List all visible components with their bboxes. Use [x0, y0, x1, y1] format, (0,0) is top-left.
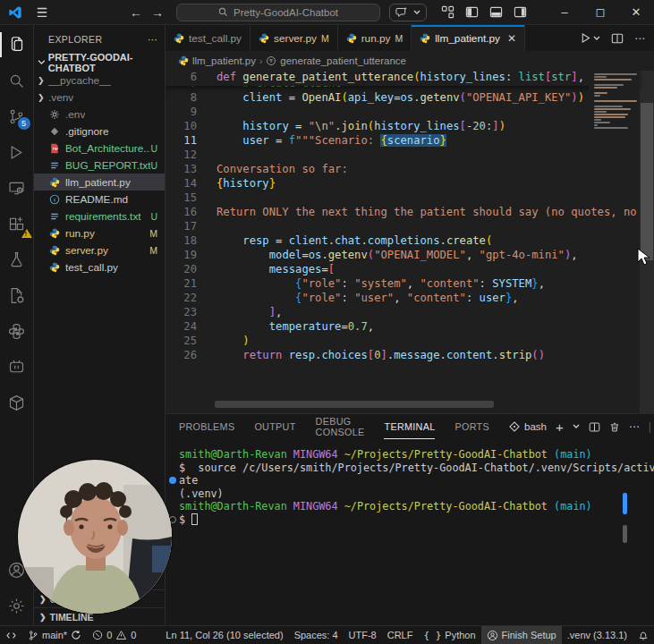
- file-item-server-py[interactable]: server.pyM: [34, 242, 165, 258]
- line-content: temperature=0.7,: [197, 320, 374, 335]
- code-line-8[interactable]: 8 client = OpenAI(api_key=os.getenv("OPE…: [166, 91, 640, 106]
- code-line-22[interactable]: 22 {"role": "user", "content": user},: [166, 292, 640, 306]
- panel-tab-terminal[interactable]: TERMINAL: [384, 414, 435, 439]
- back-arrow-icon[interactable]: ←: [130, 5, 142, 20]
- activitybar-extensions-icon[interactable]: [0, 206, 34, 242]
- editor-more-actions-icon[interactable]: ⋯: [634, 32, 645, 45]
- code-line-14[interactable]: 14{history}: [166, 177, 640, 191]
- activitybar-python-icon[interactable]: [0, 313, 34, 349]
- code-line-19[interactable]: 19 model=os.getenv("OPENAI_MODEL", "gpt-…: [166, 249, 640, 263]
- terminal[interactable]: smith@Darth-Revan MINGW64 ~/Projects/Pre…: [166, 439, 654, 625]
- status-python-interpreter[interactable]: .venv (3.13.1): [562, 626, 633, 644]
- file-item-llm-patient-py[interactable]: llm_patient.py: [34, 174, 165, 191]
- activitybar-explorer-icon[interactable]: [0, 27, 34, 63]
- code-line-12[interactable]: 12: [166, 148, 640, 163]
- minimize-button[interactable]: –: [547, 0, 582, 24]
- code-line-24[interactable]: 24 temperature=0.7,: [166, 320, 640, 335]
- run-python-file-icon[interactable]: [580, 32, 600, 44]
- status-encoding[interactable]: UTF-8: [344, 626, 382, 644]
- tab-llm-patient-py[interactable]: llm_patient.py✕: [412, 25, 525, 51]
- file-item--venv[interactable]: ❯.venv: [34, 89, 165, 106]
- file-item-bug-report-txt[interactable]: BUG_REPORT.txtU: [34, 157, 165, 174]
- status-remote[interactable]: [0, 626, 22, 644]
- scrollbar-thumb[interactable]: [641, 103, 653, 260]
- code-line-10[interactable]: 10 history = "\n".join(history_lines[-20…: [166, 120, 640, 134]
- status-indentation[interactable]: Spaces: 4: [289, 626, 344, 644]
- file-item-requirements-txt[interactable]: requirements.txtU: [34, 208, 165, 225]
- maximize-button[interactable]: ◻: [582, 0, 618, 24]
- minimap[interactable]: [589, 71, 640, 130]
- code-line-18[interactable]: 18 resp = client.chat.completions.create…: [166, 234, 640, 249]
- tab-test-call-py[interactable]: test_call.py: [166, 25, 251, 51]
- toggle-secondary-sidebar-icon[interactable]: [514, 5, 527, 19]
- shell-selector[interactable]: bash: [509, 421, 547, 432]
- kill-terminal-trash-icon[interactable]: [609, 421, 620, 433]
- status-cursor-position[interactable]: Ln 11, Col 26 (10 selected): [160, 626, 288, 644]
- activitybar-remote-explorer-icon[interactable]: [0, 170, 34, 206]
- file-item--env[interactable]: .env: [34, 106, 165, 123]
- panel-tab-ports[interactable]: PORTS: [454, 414, 489, 439]
- file-item-readme-md[interactable]: README.md: [34, 191, 165, 208]
- code-line-20[interactable]: 20 messages=[: [166, 263, 640, 277]
- breadcrumb-symbol[interactable]: generate_patient_utterance: [280, 55, 406, 66]
- command-center-search[interactable]: Pretty-GoodAI-Chatbot: [176, 4, 380, 21]
- panel-tab-problems[interactable]: PROBLEMS: [179, 414, 234, 439]
- code-line-23[interactable]: 23 ],: [166, 306, 640, 320]
- code-line-6[interactable]: 6def generate_patient_utterance(history_…: [166, 71, 637, 85]
- file-item-run-py[interactable]: run.pyM: [34, 225, 165, 242]
- status-eol[interactable]: CRLF: [382, 626, 419, 644]
- activitybar-settings-gear-icon[interactable]: [0, 588, 34, 623]
- status-label: main*: [42, 630, 67, 640]
- file-item-bot-architecture-[interactable]: Bot_Architecture...U: [34, 140, 165, 157]
- activitybar-containers-icon[interactable]: [0, 385, 34, 420]
- editor-vertical-scrollbar[interactable]: [640, 71, 654, 413]
- breadcrumb-file[interactable]: llm_patient.py: [192, 55, 256, 66]
- code-line-21[interactable]: 21 {"role": "system", "content": SYSTEM}…: [166, 277, 640, 292]
- sticky-scroll-line[interactable]: 6def generate_patient_utterance(history_…: [166, 71, 640, 86]
- code-line-17[interactable]: 17: [166, 220, 640, 234]
- explorer-root-folder[interactable]: PRETTY-GOODAI-CHATBOT: [34, 54, 165, 72]
- editor-horizontal-scrollbar[interactable]: [215, 401, 494, 408]
- close-button[interactable]: ✕: [618, 0, 654, 24]
- toggle-panel-icon[interactable]: [489, 5, 503, 19]
- code-line-15[interactable]: 15: [166, 191, 640, 206]
- activitybar-chat-robot-icon[interactable]: [0, 349, 34, 385]
- split-editor-icon[interactable]: [611, 32, 624, 45]
- activitybar-run-and-debug-icon[interactable]: [0, 134, 34, 170]
- close-tab-icon[interactable]: ✕: [507, 32, 516, 45]
- new-terminal-icon[interactable]: +: [556, 419, 564, 435]
- panel-tab-debug-console[interactable]: DEBUG CONSOLE: [316, 414, 365, 439]
- tab-server-py[interactable]: server.pyM: [251, 25, 338, 51]
- code-line-11[interactable]: 11 user = f"""Scenario: {scenario}: [166, 134, 640, 148]
- terminal-scrollbar[interactable]: [623, 493, 627, 543]
- panel-tab-output[interactable]: OUTPUT: [254, 414, 295, 439]
- activitybar-source-control-icon[interactable]: 5: [0, 98, 34, 134]
- activitybar-python-environments-icon[interactable]: [0, 277, 34, 313]
- toggle-primary-sidebar-icon[interactable]: [465, 5, 479, 19]
- explorer-more-actions-icon[interactable]: ⋯: [148, 34, 157, 45]
- file-item--gitignore[interactable]: .gitignore: [34, 123, 165, 140]
- file-item-test-call-py[interactable]: test_call.py: [34, 258, 165, 275]
- customize-layout-icon[interactable]: [441, 5, 454, 19]
- code-line-25[interactable]: 25 ): [166, 335, 640, 349]
- status-language-mode[interactable]: { }Python: [418, 626, 480, 644]
- copilot-button[interactable]: [389, 4, 427, 21]
- tab-run-py[interactable]: run.pyM: [338, 25, 412, 51]
- chevron-down-icon[interactable]: [573, 424, 580, 429]
- forward-arrow-icon[interactable]: →: [151, 5, 164, 20]
- code-line-26[interactable]: 26 return resp.choices[0].message.conten…: [166, 349, 640, 363]
- code-line-9[interactable]: 9: [166, 106, 640, 120]
- activitybar-search-icon[interactable]: [0, 63, 34, 98]
- status-problems[interactable]: 00: [87, 626, 141, 644]
- activitybar-testing-icon[interactable]: [0, 242, 34, 277]
- status-notifications-bell[interactable]: [633, 626, 654, 644]
- menu-icon[interactable]: ☰: [31, 5, 53, 20]
- status-branch[interactable]: main*: [22, 626, 87, 644]
- code-line-13[interactable]: 13Conversation so far:: [166, 163, 640, 177]
- file-item--pycache-[interactable]: ❯__pycache__: [34, 72, 165, 89]
- status-finish-setup[interactable]: Finish Setup: [481, 626, 562, 644]
- code-line-16[interactable]: 16Return ONLY the next thing the patient…: [166, 206, 640, 220]
- code-editor[interactable]: 6def generate_patient_utterance(history_…: [166, 71, 654, 413]
- panel-more-actions-icon[interactable]: ⋯: [629, 420, 640, 433]
- split-terminal-icon[interactable]: [589, 421, 600, 433]
